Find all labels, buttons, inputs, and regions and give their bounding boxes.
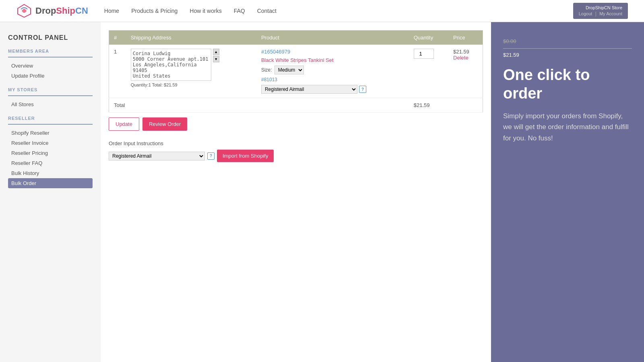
user-area: DropShipCN Store Logout | My Account	[573, 3, 628, 19]
instructions-help-btn[interactable]: ?	[207, 152, 215, 160]
logo-text-ship: Ship	[56, 6, 75, 16]
promo-price-strikethrough: $0.00	[503, 38, 632, 44]
total-amount-value: $21.59	[414, 102, 430, 108]
quantity-input[interactable]	[414, 49, 434, 59]
qty-total: Quantity:1 Total: $21.59	[131, 82, 252, 87]
instructions-section: Order Input Instructions Registered Airm…	[109, 140, 483, 162]
size-label: Size:	[261, 67, 272, 73]
product-name-link[interactable]: Black White Stripes Tankini Set	[261, 57, 404, 63]
sidebar-item-reseller-faq[interactable]: Reseller FAQ	[8, 158, 93, 168]
nav-how-it-works[interactable]: How it works	[190, 8, 221, 14]
sidebar-item-overview[interactable]: Overview	[8, 61, 93, 71]
product-sku: #81013	[261, 77, 404, 82]
sidebar-item-bulk-history[interactable]: Bulk History	[8, 168, 93, 178]
sidebar-item-update-profile[interactable]: Update Profile	[8, 71, 93, 81]
col-num: #	[109, 31, 126, 45]
row-price: $21.59	[453, 49, 469, 55]
sidebar-item-shopify-reseller[interactable]: Shopify Reseller	[8, 128, 93, 138]
logo-icon	[16, 3, 32, 19]
sidebar-title: CONTROL PANEL	[8, 34, 93, 41]
total-row: Total $21.59	[109, 98, 483, 113]
nav-links: Home Products & Pricing How it works FAQ…	[104, 7, 277, 14]
sidebar-item-reseller-invoice[interactable]: Reseller Invoice	[8, 138, 93, 148]
table-row: 1 Corina Ludwig 5000 Corner Avenue apt.1…	[109, 45, 483, 98]
instructions-title: Order Input Instructions	[109, 140, 483, 146]
nav-faq[interactable]: FAQ	[234, 8, 245, 14]
navbar: DropShipCN Home Products & Pricing How i…	[0, 0, 644, 22]
sidebar-item-reseller-pricing[interactable]: Reseller Pricing	[8, 148, 93, 158]
logo-text-cn: CN	[75, 6, 88, 16]
sidebar-item-all-stores[interactable]: All Stores	[8, 99, 93, 109]
sidebar-item-bulk-order[interactable]: Bulk Order	[8, 178, 93, 188]
product-order-id: #165046979	[261, 49, 404, 55]
logout-link[interactable]: Logout	[579, 11, 592, 16]
scroll-up-btn[interactable]: ▲	[213, 49, 219, 55]
page-layout: CONTROL PANEL MEMBERS AREA Overview Upda…	[0, 22, 644, 362]
total-amount: $21.59	[409, 98, 483, 113]
sidebar-section-my-stores: MY STORES	[8, 87, 93, 92]
scroll-down-btn[interactable]: ▼	[213, 56, 219, 62]
sidebar-section-reseller: RESELLER	[8, 116, 93, 121]
my-account-link[interactable]: My Account	[599, 11, 622, 16]
sidebar-section-members: MEMBERS AREA	[8, 49, 93, 53]
promo-price-final: $21.59	[503, 52, 632, 58]
order-table: # Shipping Address Product Quantity Pric…	[109, 30, 483, 113]
col-product: Product	[256, 31, 409, 45]
action-row: Update Review Order	[109, 117, 483, 131]
row-num: 1	[109, 45, 126, 98]
total-label: Total	[109, 98, 409, 113]
update-button[interactable]: Update	[109, 117, 139, 131]
col-price: Price	[448, 31, 483, 45]
logo-text-drop: Drop	[35, 6, 56, 16]
logo[interactable]: DropShipCN	[16, 3, 88, 19]
qty-cell	[409, 45, 448, 98]
size-select[interactable]: Small Medium Large XL XXL	[275, 66, 304, 74]
review-order-button[interactable]: Review Order	[142, 117, 187, 131]
address-textarea[interactable]: Corina Ludwig 5000 Corner Avenue apt.101…	[131, 49, 211, 81]
promo-body: Simply import your orders from Shopify, …	[503, 111, 632, 144]
nav-home[interactable]: Home	[104, 8, 119, 14]
shipping-method-select[interactable]: Registered Airmail ePacket DHL China Pos…	[261, 85, 357, 94]
nav-contact[interactable]: Contact	[257, 8, 277, 14]
price-cell: $21.59 Delete	[448, 45, 483, 98]
col-address: Shipping Address	[126, 31, 256, 45]
delete-link[interactable]: Delete	[453, 55, 469, 61]
main-content: # Shipping Address Product Quantity Pric…	[101, 22, 491, 362]
instructions-shipping-select[interactable]: Registered Airmail ePacket DHL China Pos…	[109, 152, 205, 160]
table-header-row: # Shipping Address Product Quantity Pric…	[109, 31, 483, 45]
sidebar: CONTROL PANEL MEMBERS AREA Overview Upda…	[0, 22, 101, 362]
import-shopify-button[interactable]: Import from Shopify	[217, 150, 274, 162]
col-quantity: Quantity	[409, 31, 448, 45]
username: DropShipCN Store	[586, 5, 622, 10]
address-cell: Corina Ludwig 5000 Corner Avenue apt.101…	[126, 45, 256, 98]
nav-products-pricing[interactable]: Products & Pricing	[131, 8, 178, 14]
product-cell: #165046979 Black White Stripes Tankini S…	[256, 45, 409, 98]
promo-panel: $0.00 $21.59 One click to order Simply i…	[491, 22, 644, 362]
promo-headline: One click to order	[503, 66, 632, 103]
shipping-help-btn[interactable]: ?	[359, 86, 366, 93]
